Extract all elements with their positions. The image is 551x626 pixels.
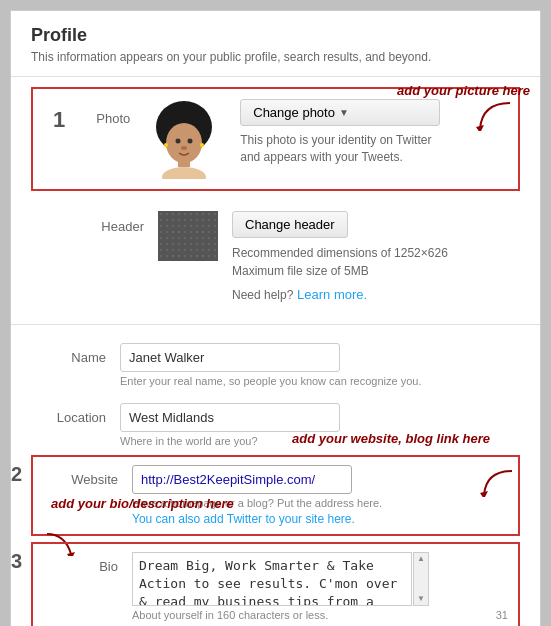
bio-scrollbar[interactable]: ▲ ▼ (413, 552, 429, 606)
location-label: Location (31, 410, 106, 425)
name-row: Name Enter your real name, so people you… (11, 335, 540, 395)
learn-more-link[interactable]: Learn more. (297, 287, 367, 302)
photo-section-wrapper: add your picture here 1 Photo (31, 87, 520, 191)
bio-section-wrapper: add your bio/description here 3 Bio Drea… (31, 542, 520, 626)
bio-field-group: Dream Big, Work Smarter & Take Action to… (132, 552, 508, 624)
bio-hint: About yourself in 160 characters or less… (132, 609, 328, 621)
scrollbar-down-icon[interactable]: ▼ (417, 593, 425, 605)
photo-content: Change photo ▼ This photo is your identi… (144, 99, 498, 179)
bio-hint-row: About yourself in 160 characters or less… (132, 606, 508, 624)
location-row: Location Where in the world are you? (11, 395, 540, 455)
scrollbar-up-icon[interactable]: ▲ (417, 553, 425, 565)
photo-actions: Change photo ▼ This photo is your identi… (240, 99, 440, 166)
header-controls: Change header Recommended dimensions of … (232, 211, 448, 304)
svg-point-6 (188, 139, 193, 144)
location-input[interactable] (120, 403, 340, 432)
svg-point-8 (164, 143, 168, 147)
bio-count: 31 (496, 609, 508, 621)
website-annotation: add your website, blog link here (292, 431, 490, 446)
page-subtitle: This information appears on your public … (11, 50, 540, 76)
header-rec-dimensions: Recommended dimensions of 1252×626 (232, 244, 448, 262)
photo-label: Photo (75, 111, 130, 126)
header-learn-more-row: Need help? Learn more. (232, 286, 448, 304)
change-photo-label: Change photo (253, 105, 335, 120)
name-field-group: Enter your real name, so people you know… (120, 343, 520, 387)
website-twitter-hint: You can also add Twitter to your site he… (132, 512, 508, 526)
header-thumbnail (158, 211, 218, 261)
bio-annotation: add your bio/description here (51, 496, 234, 511)
bio-textarea-wrapper: Dream Big, Work Smarter & Take Action to… (132, 552, 508, 606)
photo-description: This photo is your identity on Twitter a… (240, 132, 440, 166)
svg-point-5 (176, 139, 181, 144)
bio-bordered: 3 Bio Dream Big, Work Smarter & Take Act… (31, 542, 520, 626)
website-input[interactable] (132, 465, 352, 494)
photo-arrow-icon (472, 101, 512, 131)
website-label: Website (43, 472, 118, 487)
step-2-label: 2 (11, 463, 22, 486)
svg-point-4 (162, 167, 206, 179)
svg-point-7 (181, 146, 187, 150)
change-header-button[interactable]: Change header (232, 211, 348, 238)
photo-avatar (144, 99, 224, 179)
photo-annotation: add your picture here (397, 83, 530, 98)
svg-point-9 (200, 143, 204, 147)
bio-label: Bio (43, 559, 118, 574)
name-hint: Enter your real name, so people you know… (120, 375, 520, 387)
header-label: Header (89, 219, 144, 234)
name-label: Name (31, 350, 106, 365)
change-photo-button[interactable]: Change photo ▼ (240, 99, 440, 126)
step-3-label: 3 (11, 550, 22, 573)
page-title: Profile (11, 11, 540, 50)
header-max-file: Maximum file size of 5MB (232, 262, 448, 280)
header-need-help: Need help? (232, 288, 293, 302)
bio-textarea[interactable]: Dream Big, Work Smarter & Take Action to… (132, 552, 412, 606)
header-section: Header Change header Recommended dimensi… (11, 201, 540, 314)
name-input[interactable] (120, 343, 340, 372)
step-1-label: 1 (53, 107, 65, 133)
svg-rect-3 (178, 157, 190, 167)
dropdown-arrow-icon: ▼ (339, 107, 349, 118)
